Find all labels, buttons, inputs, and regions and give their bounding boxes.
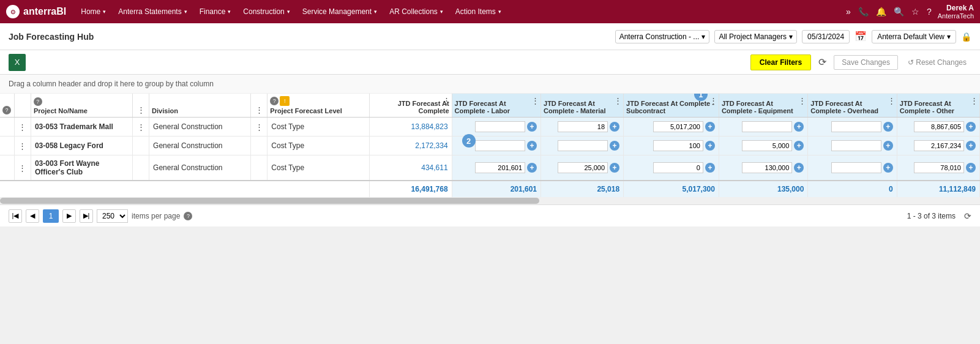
refresh-button[interactable]: ⟳ <box>816 55 829 69</box>
user-profile[interactable]: Derek A AnterraTech <box>938 4 974 20</box>
other-input[interactable] <box>914 140 964 151</box>
question-icon[interactable]: ? <box>2 106 11 114</box>
menu-icon[interactable]: ⋮ <box>137 105 145 114</box>
menu-icon[interactable]: ⋮ <box>137 122 145 132</box>
company-dropdown[interactable]: Anterra Construction - ... ▾ <box>615 30 710 43</box>
other-input[interactable] <box>914 121 964 132</box>
add-overhead-button[interactable]: + <box>883 122 893 132</box>
managers-dropdown[interactable]: All Project Managers ▾ <box>714 30 797 43</box>
row-division-more[interactable] <box>133 155 149 181</box>
menu-icon[interactable]: ⋮ <box>709 96 717 105</box>
overhead-input[interactable] <box>831 140 881 151</box>
add-overhead-button[interactable]: + <box>883 163 893 173</box>
menu-icon[interactable]: ⋮ <box>888 96 896 105</box>
menu-icon[interactable]: ⋮ <box>18 141 26 151</box>
nav-action-items[interactable]: Action Items ▾ <box>449 0 507 23</box>
current-page[interactable]: 1 <box>43 209 59 223</box>
add-other-button[interactable]: + <box>966 163 976 173</box>
menu-icon[interactable]: ⋮ <box>255 122 263 132</box>
star-icon[interactable]: ☆ <box>911 7 919 17</box>
material-input[interactable] <box>558 140 608 151</box>
more-icon[interactable]: » <box>846 7 851 17</box>
excel-export-button[interactable]: X <box>9 54 26 71</box>
menu-icon[interactable]: ⋮ <box>970 96 978 105</box>
subcontract-input[interactable] <box>653 140 703 151</box>
next-page-button[interactable]: ▶ <box>62 209 76 223</box>
menu-icon[interactable]: ⋮ <box>18 122 26 132</box>
add-overhead-button[interactable]: + <box>883 141 893 151</box>
chevron-down-icon: ▾ <box>374 9 377 15</box>
nav-finance[interactable]: Finance ▾ <box>193 0 238 23</box>
add-subcontract-button[interactable]: + <box>705 163 715 173</box>
other-input[interactable] <box>914 162 964 173</box>
overhead-input[interactable] <box>831 121 881 132</box>
add-material-button[interactable]: + <box>610 163 619 173</box>
menu-icon[interactable]: ⋮ <box>798 96 806 105</box>
overhead-input[interactable] <box>831 162 881 173</box>
labor-input[interactable] <box>475 140 525 151</box>
material-input[interactable] <box>558 162 608 173</box>
save-changes-button[interactable]: Save Changes <box>834 55 898 70</box>
equipment-input[interactable] <box>742 140 792 151</box>
add-subcontract-button[interactable]: + <box>705 141 715 151</box>
scrollbar-thumb[interactable] <box>0 198 539 204</box>
menu-icon[interactable]: ⋮ <box>255 105 263 114</box>
col-more-level[interactable]: ⋮ <box>251 94 267 118</box>
reset-changes-button[interactable]: ↺ Reset Changes <box>903 56 971 69</box>
help-icon[interactable]: ? <box>184 212 192 220</box>
view-dropdown[interactable]: Anterra Default View ▾ <box>872 30 956 43</box>
menu-icon[interactable]: ⋮ <box>531 96 539 105</box>
clear-filters-button[interactable]: Clear Filters <box>750 54 811 70</box>
nav-service-management[interactable]: Service Management ▾ <box>296 0 383 23</box>
row-more[interactable]: ⋮ <box>14 136 31 155</box>
add-equipment-button[interactable]: + <box>794 122 804 132</box>
material-input[interactable] <box>558 121 608 132</box>
add-subcontract-button[interactable]: + <box>705 122 715 132</box>
add-labor-button[interactable]: + <box>527 122 537 132</box>
question-icon[interactable]: ? <box>270 97 279 105</box>
nav-home[interactable]: Home ▾ <box>75 0 112 23</box>
menu-icon[interactable]: ⋮ <box>614 96 622 105</box>
add-labor-button[interactable]: + <box>527 141 537 151</box>
nav-ar-collections[interactable]: AR Collections ▾ <box>383 0 449 23</box>
row-level-more[interactable] <box>251 136 267 155</box>
add-material-button[interactable]: + <box>610 122 619 132</box>
search-icon[interactable]: 🔍 <box>894 7 904 17</box>
subcontract-input[interactable] <box>653 121 703 132</box>
equipment-input[interactable] <box>742 121 792 132</box>
row-level-more[interactable]: ⋮ <box>251 118 267 136</box>
row-division-more[interactable]: ⋮ <box>133 118 149 136</box>
row-level-more[interactable] <box>251 155 267 181</box>
row-more[interactable]: ⋮ <box>14 155 31 181</box>
last-page-button[interactable]: ▶| <box>80 209 93 223</box>
labor-input[interactable] <box>475 162 525 173</box>
refresh-icon[interactable]: ⟳ <box>964 211 971 221</box>
nav-construction[interactable]: Construction ▾ <box>237 0 296 23</box>
labor-input[interactable] <box>475 121 525 132</box>
add-labor-button[interactable]: + <box>527 163 537 173</box>
logo[interactable]: ⊙ anterraBI <box>6 5 66 18</box>
bell-icon[interactable]: 🔔 <box>876 7 886 17</box>
equipment-input[interactable] <box>742 162 792 173</box>
row-more[interactable]: ⋮ <box>14 118 31 136</box>
calendar-icon[interactable]: 📅 <box>855 31 867 42</box>
col-more-division[interactable]: ⋮ <box>133 94 149 118</box>
nav-anterra-statements[interactable]: Anterra Statements ▾ <box>112 0 193 23</box>
add-material-button[interactable]: + <box>610 141 619 151</box>
add-other-button[interactable]: + <box>966 122 976 132</box>
first-page-button[interactable]: |◀ <box>9 209 22 223</box>
add-other-button[interactable]: + <box>966 141 976 151</box>
phone-icon[interactable]: 📞 <box>858 7 869 17</box>
subcontract-input[interactable] <box>653 162 703 173</box>
add-equipment-button[interactable]: + <box>794 141 804 151</box>
help-icon[interactable]: ? <box>927 7 932 17</box>
row-division-more[interactable] <box>133 136 149 155</box>
prev-page-button[interactable]: ◀ <box>26 209 39 223</box>
lock-icon[interactable]: 🔒 <box>961 32 971 42</box>
add-equipment-button[interactable]: + <box>794 163 804 173</box>
menu-icon[interactable]: ⋮ <box>443 96 451 105</box>
per-page-select[interactable]: 250 100 500 <box>97 209 128 223</box>
question-icon[interactable]: ? <box>34 97 42 106</box>
horizontal-scrollbar[interactable] <box>0 197 980 204</box>
menu-icon[interactable]: ⋮ <box>18 163 26 173</box>
